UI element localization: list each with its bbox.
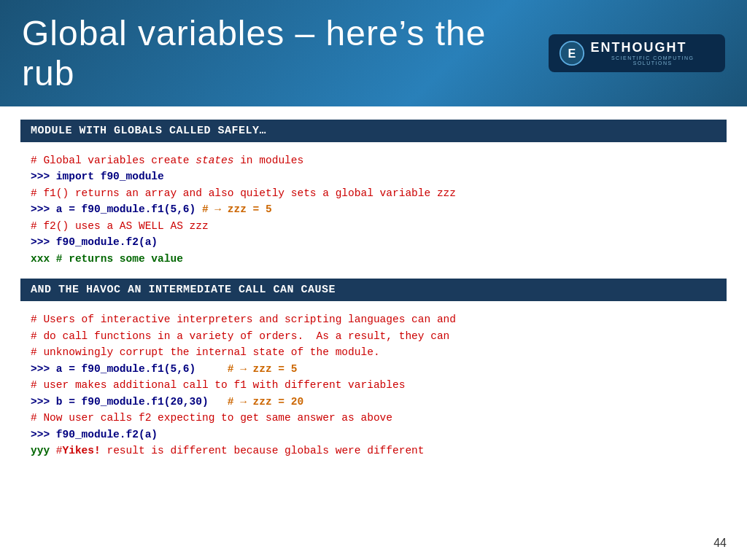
code-line: >>> f90_module.f2(a) — [31, 234, 716, 250]
code-line: # unknowingly corrupt the internal state… — [31, 344, 716, 360]
section2-header: AND THE HAVOC AN INTERMEDIATE CALL CAN C… — [20, 279, 727, 301]
slide-content: MODULE WITH GLOBALS CALLED SAFELY… # Glo… — [0, 106, 747, 478]
logo-area: E ENTHOUGHT SCIENTIFIC COMPUTING SOLUTIO… — [549, 34, 725, 72]
enthought-logo-icon: E — [559, 40, 585, 66]
code-line: # Users of interactive interpreters and … — [31, 311, 716, 327]
code-line: # f2() uses a AS WELL AS zzz — [31, 218, 716, 234]
code-line: # f1() returns an array and also quietly… — [31, 185, 716, 201]
code-line: >>> a = f90_module.f1(5,6) # → zzz = 5 — [31, 201, 716, 217]
code-line: # do call functions in a variety of orde… — [31, 328, 716, 344]
code-line: # Global variables create states in modu… — [31, 152, 716, 168]
logo-box: E ENTHOUGHT SCIENTIFIC COMPUTING SOLUTIO… — [549, 34, 725, 72]
svg-text:E: E — [568, 47, 576, 60]
code-line: # user makes additional call to f1 with … — [31, 377, 716, 393]
code-line: xxx # returns some value — [31, 251, 716, 267]
code-line: yyy #Yikes! result is different because … — [31, 443, 716, 459]
section2-code: # Users of interactive interpreters and … — [20, 308, 727, 466]
code-line: >>> b = f90_module.f1(20,30) # → zzz = 2… — [31, 394, 716, 410]
page-number: 44 — [713, 537, 727, 550]
logo-subtext: SCIENTIFIC COMPUTING SOLUTIONS — [590, 55, 715, 66]
logo-name: ENTHOUGHT — [590, 41, 715, 54]
code-line: # Now user calls f2 expecting to get sam… — [31, 410, 716, 426]
code-line: >>> import f90_module — [31, 168, 716, 184]
section1-header: MODULE WITH GLOBALS CALLED SAFELY… — [20, 120, 727, 142]
slide-title: Global variables – here’s the rub — [22, 13, 549, 93]
section1-code: # Global variables create states in modu… — [20, 149, 727, 274]
slide-header: Global variables – here’s the rub E ENTH… — [0, 0, 747, 106]
code-line: >>> f90_module.f2(a) — [31, 427, 716, 443]
code-line: >>> a = f90_module.f1(5,6) # → zzz = 5 — [31, 361, 716, 377]
